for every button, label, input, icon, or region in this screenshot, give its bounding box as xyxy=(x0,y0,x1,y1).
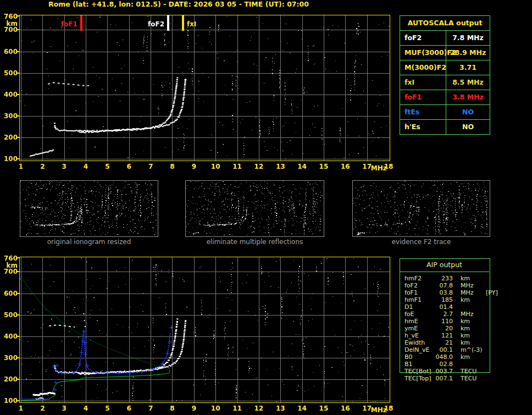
aip-param-value: 2.7 xyxy=(434,311,453,318)
x-axis-tick-label: 6 xyxy=(121,163,137,170)
aip-row-b0: B0048.0km xyxy=(400,353,531,361)
aip-param-label: h_vE xyxy=(400,332,434,339)
aip-param-label: foE xyxy=(400,311,434,318)
y-axis-tick-mark xyxy=(17,94,19,95)
y-axis-tick-label: 500 xyxy=(1,312,18,319)
thumbnail-caption-eliminate: eliminate multiple reflections xyxy=(185,238,324,246)
aip-param-extra xyxy=(483,296,486,303)
thumbnail-caption-evidence: evidence F2 trace xyxy=(352,238,490,246)
y-axis-tick-label: 700 xyxy=(1,268,18,275)
aip-param-value: 21 xyxy=(434,339,453,346)
autoscala-param-value: 7.8 MHz xyxy=(446,31,490,45)
aip-param-value: 121 xyxy=(434,332,453,339)
autoscala-row-muf-3000-f2: MUF(3000)F228.9 MHz xyxy=(400,45,490,60)
aip-row-h-ve: h_vE121km xyxy=(400,332,531,339)
aip-param-extra xyxy=(483,353,486,361)
aip-row-fof1: foF103.8MHz[PY] xyxy=(400,289,531,296)
autoscala-row-h-es: h'EsNO xyxy=(400,119,490,134)
autoscala-param-label: MUF(3000)F2 xyxy=(400,46,446,60)
aip-param-extra xyxy=(483,339,486,346)
thumbnail-caption-original: original ionogram resized xyxy=(20,238,158,246)
aip-param-value: 20 xyxy=(434,325,453,332)
aip-row-hme: hmE110km xyxy=(400,318,531,325)
x-axis-tick-label: 1 xyxy=(13,163,29,170)
autoscala-param-value: 3.71 xyxy=(446,60,490,75)
aip-param-value: 233 xyxy=(434,275,453,282)
aip-row-ewidth: Ewidth21km xyxy=(400,339,531,346)
aip-param-extra xyxy=(483,368,486,375)
aip-param-extra xyxy=(483,311,486,318)
aip-param-unit xyxy=(453,361,483,368)
aip-row-fof2: foF207.8MHz xyxy=(400,282,531,289)
aip-param-label: hmF1 xyxy=(400,296,434,303)
aip-row-hmf2: hmF2233km xyxy=(400,275,531,282)
aip-param-value: 01.4 xyxy=(434,303,453,311)
aip-table-header: AIP output xyxy=(400,258,489,272)
y-axis-tick-mark xyxy=(17,400,19,401)
y-axis-tick-label: 300 xyxy=(1,113,18,120)
x-axis-tick-label: 16 xyxy=(337,163,353,170)
aip-param-unit: MHz xyxy=(453,282,483,289)
thumbnail-original-canvas xyxy=(20,181,157,235)
x-axis-tick-label: 4 xyxy=(77,163,94,170)
aip-param-extra xyxy=(483,346,486,353)
aip-param-extra xyxy=(483,303,486,311)
x-axis-tick-label: 10 xyxy=(207,163,224,170)
thumbnail-evidence-canvas xyxy=(353,181,489,235)
x-axis-tick-label: 11 xyxy=(229,405,246,412)
profile-ionogram-canvas xyxy=(20,257,390,402)
autoscala-param-label: fxI xyxy=(400,75,446,90)
x-axis-tick-label: 7 xyxy=(142,163,159,170)
x-axis-tick-label: 2 xyxy=(34,405,51,412)
aip-row-tec-bot-: TEC[Bot]003.7TECU xyxy=(400,368,531,375)
autoscala-param-label: h'Es xyxy=(400,120,446,134)
autoscala-param-value: 28.9 MHz xyxy=(446,46,490,60)
x-axis-tick-label: 8 xyxy=(164,405,180,412)
autoscala-param-value: NO xyxy=(446,120,490,134)
aip-table-rows: hmF2233kmfoF207.8MHzfoF103.8MHz[PY]hmF11… xyxy=(400,275,531,382)
y-axis-tick-label: 200 xyxy=(1,134,18,141)
y-axis-tick-mark xyxy=(17,357,19,358)
y-axis-tick-mark xyxy=(17,73,19,74)
aip-param-unit: TECU xyxy=(453,368,483,375)
autoscala-param-value: 8.5 MHz xyxy=(446,75,490,90)
aip-param-label: B1 xyxy=(400,361,434,368)
x-axis-tick-label: 13 xyxy=(272,405,289,412)
y-axis-tick-label: 600 xyxy=(1,290,18,297)
x-axis-tick-label: 15 xyxy=(315,163,332,170)
y-axis-tick-label: 400 xyxy=(1,91,18,98)
aip-row-foe: foE2.7MHz xyxy=(400,311,531,318)
y-axis-tick-mark xyxy=(17,29,19,30)
x-axis-tick-label: 2 xyxy=(34,163,51,170)
y-axis-tick-mark xyxy=(17,158,19,159)
aip-param-value: 048.0 xyxy=(434,353,453,361)
y-axis-tick-mark xyxy=(17,336,19,337)
x-axis-tick-label: 9 xyxy=(186,405,202,412)
aip-param-unit: km xyxy=(453,275,483,282)
thumbnail-eliminate-reflections xyxy=(185,180,324,237)
aip-param-extra xyxy=(483,325,486,332)
aip-param-extra xyxy=(483,318,486,325)
x-axis-tick-label: 9 xyxy=(186,163,202,170)
aip-param-unit: km xyxy=(453,332,483,339)
aip-param-unit: km xyxy=(453,339,483,346)
autoscala-row-fof2: foF27.8 MHz xyxy=(400,31,490,45)
autoscala-row-fof1: foF13.8 MHz xyxy=(400,90,490,104)
aip-param-value: 02.8 xyxy=(434,361,453,368)
profile-ionogram-chart xyxy=(19,257,390,403)
main-ionogram-chart xyxy=(19,15,390,161)
autoscala-table-rows: foF27.8 MHzMUF(3000)F228.9 MHzM(3000)F23… xyxy=(400,31,490,134)
aip-param-label: foF2 xyxy=(400,282,434,289)
aip-param-extra xyxy=(483,361,486,368)
autoscala-table-header: AUTOSCALA output xyxy=(400,16,490,31)
aip-param-value: 110 xyxy=(434,318,453,325)
aip-row-yme: ymE20km xyxy=(400,325,531,332)
y-axis-tick-mark xyxy=(17,51,19,52)
y-axis-tick-mark xyxy=(17,15,19,16)
aip-param-unit: MHz xyxy=(453,311,483,318)
y-axis-tick-mark xyxy=(17,257,19,258)
y-axis-tick-label: 600 xyxy=(1,48,18,56)
aip-row-b1: B102.8 xyxy=(400,361,531,368)
y-axis-tick-mark xyxy=(17,293,19,294)
aip-param-unit: km xyxy=(453,296,483,303)
